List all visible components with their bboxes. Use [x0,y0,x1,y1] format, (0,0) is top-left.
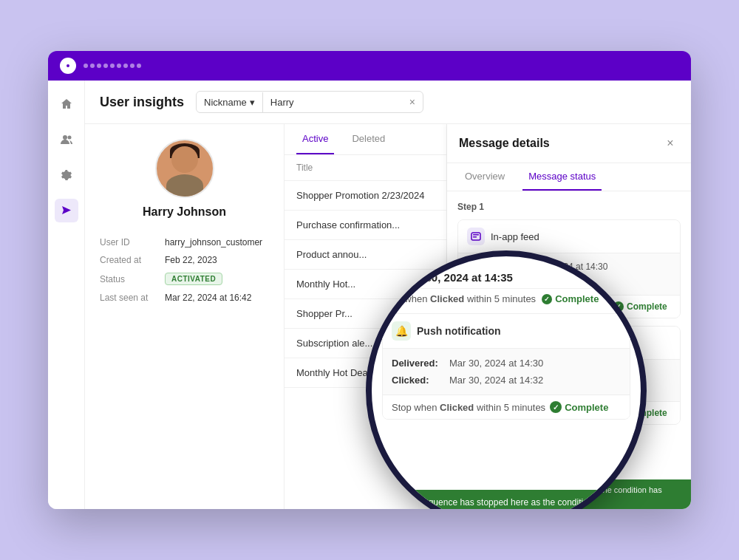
close-button[interactable]: × [661,134,679,152]
created-at-label: Created at [100,255,159,265]
message-title: Shopper Promotion 2/23/2024 [296,190,424,201]
user-info-row-id: User ID harry_johnson_customer [100,233,269,251]
title-bar-dots [84,64,141,68]
zoom-push-complete-badge: ✓ Complete [550,401,608,413]
zoom-push-details: Delivered: Mar 30, 2024 at 14:30 Clicked… [383,348,630,395]
list-item[interactable]: Purchase confirmation... [285,211,446,240]
main-header: User insights Nickname ▾ × [85,81,691,124]
zoom-inapp-complete-label: Complete [555,293,599,304]
last-seen-label: Last seen at [100,293,159,303]
tab-deleted[interactable]: Deleted [346,124,391,154]
user-info-table: User ID harry_johnson_customer Created a… [100,233,269,307]
messages-tabs: Active Deleted [285,124,446,155]
svg-point-0 [67,64,69,67]
zoom-push-complete-icon: ✓ [550,401,562,413]
zoom-push-name: Push notification [417,325,501,337]
user-info-row-status: Status ACTIVATED [100,269,269,289]
filter-clear-button[interactable]: × [402,92,423,112]
filter-value-input[interactable] [263,92,402,112]
tab-message-status[interactable]: Message status [522,163,602,191]
zoom-stop-when-text: Stop when Clicked within 5 minutes [392,402,545,413]
list-item[interactable]: Shopper Promotion 2/23/2024 [285,181,446,211]
zoom-content: ...a: Mar 30, 2024 at 14:35 Stop when Cl… [372,256,641,490]
zoom-push-clicked-row: Clicked: Mar 30, 2024 at 14:32 [392,372,621,389]
details-header: Message details × [447,124,691,163]
message-title: Product annou... [296,249,367,260]
zoom-push-icon: 🔔 [392,321,411,341]
zoom-inapp-complete-icon: ✓ [542,294,552,304]
zoom-push-clicked-value: Mar 30, 2024 at 14:32 [449,375,543,386]
svg-rect-4 [473,234,479,236]
app-logo [60,58,76,74]
created-at-value: Feb 22, 2023 [165,255,217,265]
last-seen-value: Mar 22, 2024 at 16:42 [165,293,251,303]
zoom-push-card: 🔔 Push notification Delivered: Mar 30, 2… [382,313,630,420]
tab-overview[interactable]: Overview [459,163,511,191]
filter-group: Nickname ▾ × [196,91,423,113]
zoom-push-complete-label: Complete [565,402,608,413]
details-tabs: Overview Message status [447,163,691,191]
step-label: Step 1 [457,202,681,212]
details-title: Message details [459,137,550,150]
sidebar-item-home[interactable] [55,92,78,116]
filter-field-label: Nickname [204,97,247,108]
sidebar-item-users[interactable] [55,128,78,151]
sidebar [48,81,85,509]
user-id-value: harry_johnson_customer [165,237,262,247]
complete-label: Complete [627,301,667,312]
inapp-channel-header: In-app feed [458,220,680,253]
messages-header: Title [285,155,446,181]
message-title: Monthly Hot... [296,279,355,290]
user-info-row-created: Created at Feb 22, 2023 [100,251,269,269]
svg-rect-5 [473,236,477,238]
user-name: Harry Johnson [143,205,226,219]
zoom-push-header: 🔔 Push notification [383,314,630,348]
user-avatar-container: Harry Johnson [100,139,269,219]
user-info-row-lastseen: Last seen at Mar 22, 2024 at 16:42 [100,289,269,307]
message-title: Subscription ale... [296,338,372,349]
message-title: Purchase confirmation... [296,219,400,231]
title-column-header: Title [296,163,313,173]
zoom-push-clicked-label: Clicked: [392,375,443,386]
page-title: User insights [100,95,184,110]
filter-field-dropdown[interactable]: Nickname ▾ [197,92,263,112]
zoom-push-delivered-row: Delivered: Mar 30, 2024 at 14:30 [392,355,621,372]
chevron-down-icon: ▾ [250,97,255,108]
message-title: Shopper Pr... [296,308,353,319]
sidebar-item-campaigns[interactable] [55,199,78,222]
inapp-channel-name: In-app feed [491,231,539,242]
status-badge: ACTIVATED [165,273,222,285]
zoom-push-stop-condition: Stop when Clicked within 5 minutes ✓ Com… [383,395,630,419]
avatar [155,139,214,198]
zoom-push-delivered-value: Mar 30, 2024 at 14:30 [449,358,543,369]
title-bar [48,51,691,81]
sidebar-item-settings[interactable] [55,163,78,187]
user-id-label: User ID [100,237,159,247]
svg-point-1 [63,135,67,140]
list-item[interactable]: Product annou... [285,240,446,270]
inapp-icon [467,228,485,245]
status-label: Status [100,274,159,284]
app-window: User insights Nickname ▾ × [48,51,691,509]
svg-point-2 [67,136,71,140]
user-profile-panel: Harry Johnson User ID harry_johnson_cust… [85,124,285,509]
tab-active[interactable]: Active [296,124,334,154]
zoom-push-delivered-label: Delivered: [392,358,443,369]
